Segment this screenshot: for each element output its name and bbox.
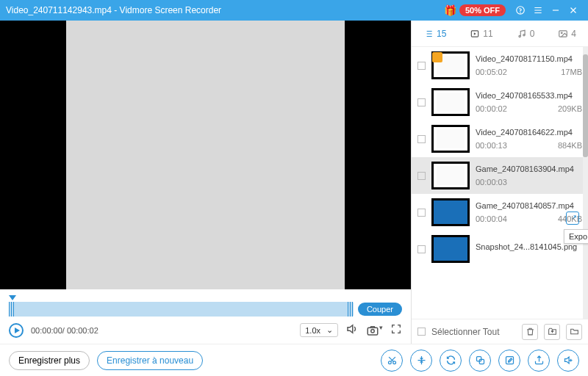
select-all-checkbox[interactable] [417, 328, 426, 336]
select-all-label: Sélectionner Tout [431, 327, 516, 337]
camera-icon[interactable]: ▾ [366, 324, 383, 337]
item-name: Video_240708165533.mp4 [476, 91, 582, 100]
item-duration: 00:00:13 [476, 141, 507, 150]
item-thumbnail [431, 235, 470, 263]
tab-list[interactable]: 15 [423, 29, 446, 39]
chevron-down-icon: ▾ [379, 324, 383, 331]
scrollbar[interactable] [583, 47, 588, 319]
svg-point-8 [562, 32, 563, 33]
share-tool-button[interactable] [528, 350, 550, 372]
speed-selector[interactable]: 1.0x⌄ [300, 323, 338, 337]
close-button[interactable] [564, 1, 582, 19]
filter-tabs: 15 11 0 4 [412, 21, 588, 47]
item-thumbnail [431, 162, 470, 189]
item-name: Game_240708163904.mp4 [476, 164, 582, 173]
volume-tool-button[interactable] [557, 350, 579, 372]
tab-image[interactable]: 4 [558, 29, 576, 39]
cut-button[interactable]: Couper [358, 303, 402, 316]
svg-point-1 [520, 12, 521, 13]
gift-icon: 🎁 [444, 4, 456, 16]
item-size: 209KB [558, 104, 582, 113]
svg-point-6 [523, 34, 524, 35]
export-tooltip: Expo [564, 229, 588, 244]
item-size: 884KB [558, 141, 582, 150]
trim-tool-button[interactable] [381, 350, 403, 372]
recordings-list: Expo Video_240708171150.mp400:05:0217MBV… [412, 47, 588, 319]
current-file-name: Video_240711142943.mp4 [6, 5, 112, 15]
play-button[interactable] [9, 323, 24, 338]
edit-tool-button[interactable] [498, 350, 520, 372]
item-checkbox[interactable] [417, 62, 426, 70]
bottom-toolbar: Enregistrer plus Enregistrer à nouveau [0, 344, 588, 376]
scrollbar-thumb[interactable] [583, 54, 588, 157]
item-thumbnail [431, 198, 470, 226]
item-name: Video_240708171150.mp4 [476, 54, 582, 63]
title-bar: Video_240711142943.mp4 - Vidmore Screen … [0, 0, 588, 21]
list-item[interactable]: Video_240708164622.mp400:00:13884KB [412, 120, 588, 157]
playhead-marker[interactable] [9, 295, 16, 300]
compress-tool-button[interactable] [410, 350, 432, 372]
chevron-down-icon: ⌄ [326, 325, 333, 335]
list-item[interactable]: Game_240708163904.mp400:00:03 [412, 157, 588, 194]
app-name: Vidmore Screen Recorder [120, 5, 222, 15]
delete-button[interactable] [522, 324, 538, 340]
select-all-row: Sélectionner Tout [412, 319, 588, 344]
item-name: Game_240708140857.mp4 [476, 201, 582, 210]
item-duration: 00:00:03 [476, 178, 507, 187]
svg-point-5 [519, 35, 520, 37]
trim-track[interactable] [9, 302, 354, 317]
item-thumbnail [431, 125, 470, 153]
record-again-button[interactable]: Enregistrer à nouveau [97, 351, 203, 370]
svg-rect-2 [368, 328, 378, 335]
minimize-button[interactable] [547, 1, 564, 19]
crown-icon [432, 52, 442, 62]
list-item[interactable]: Video_240708165533.mp400:00:02209KB [412, 84, 588, 120]
merge-tool-button[interactable] [469, 350, 491, 372]
convert-tool-button[interactable] [440, 350, 462, 372]
list-item[interactable]: Video_240708171150.mp400:05:0217MB [412, 47, 588, 84]
time-display: 00:00:00/ 00:00:02 [31, 326, 98, 335]
player-controls: 00:00:00/ 00:00:02 1.0x⌄ ▾ [0, 319, 411, 344]
help-icon[interactable] [512, 1, 529, 19]
item-name: Video_240708164622.mp4 [476, 128, 582, 137]
open-file-button[interactable] [544, 324, 560, 340]
item-checkbox[interactable] [417, 245, 426, 253]
video-preview[interactable] [0, 21, 411, 289]
svg-point-3 [371, 329, 375, 333]
player-panel: Couper 00:00:00/ 00:00:02 1.0x⌄ ▾ [0, 21, 412, 344]
window-title: Video_240711142943.mp4 - Vidmore Screen … [6, 5, 444, 15]
item-checkbox[interactable] [417, 172, 426, 180]
open-folder-button[interactable] [566, 324, 582, 340]
item-checkbox[interactable] [417, 98, 426, 106]
item-size: 17MB [561, 68, 582, 76]
list-item[interactable]: Snapshot_24...8141045.png [412, 231, 588, 267]
item-thumbnail [431, 88, 470, 116]
export-icon[interactable] [566, 212, 579, 225]
fullscreen-icon[interactable] [390, 323, 402, 337]
recordings-panel: 15 11 0 4 Expo Video_240708171150.mp400:… [412, 21, 588, 344]
volume-icon[interactable] [345, 322, 359, 338]
list-item[interactable]: Game_240708140857.mp400:00:04440KB [412, 194, 588, 231]
item-checkbox[interactable] [417, 135, 426, 143]
item-duration: 00:00:04 [476, 214, 507, 223]
menu-icon[interactable] [529, 1, 547, 19]
record-more-button[interactable]: Enregistrer plus [9, 351, 90, 370]
item-duration: 00:00:02 [476, 104, 507, 113]
item-duration: 00:05:02 [476, 68, 507, 76]
item-checkbox[interactable] [417, 209, 426, 217]
tab-audio[interactable]: 0 [517, 29, 535, 39]
item-thumbnail [431, 51, 470, 79]
tab-video[interactable]: 11 [470, 29, 492, 39]
promo-badge[interactable]: 50% OFF [459, 4, 506, 16]
